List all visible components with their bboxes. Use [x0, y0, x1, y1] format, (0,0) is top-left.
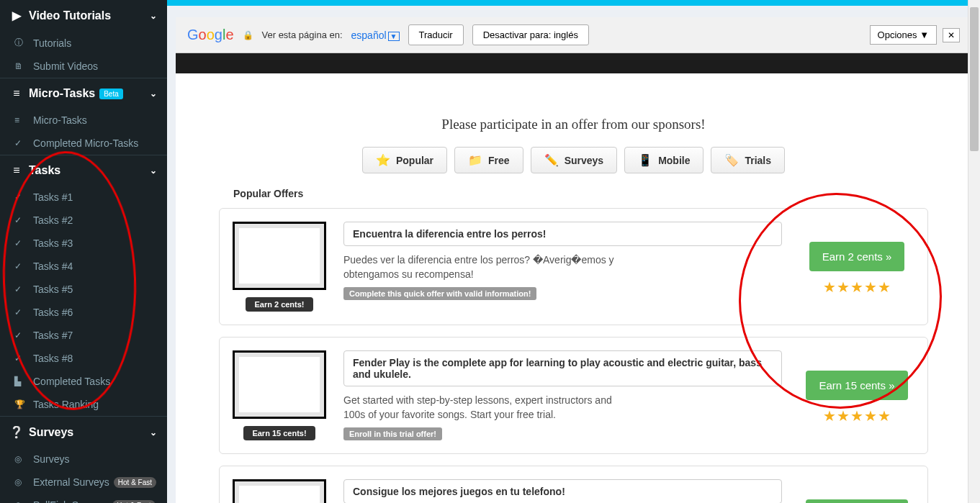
sidebar: ▶ Video Tutorials ⌄ ⓘ Tutorials 🗎 Submit…: [0, 0, 167, 503]
target-icon: ◎: [14, 477, 27, 487]
filter-trials[interactable]: 🏷️Trials: [711, 147, 785, 173]
earn-button[interactable]: Earn 49 cents »: [806, 499, 907, 503]
offer-earn-badge: Earn 15 cents!: [243, 426, 315, 440]
help-icon: ❔: [10, 425, 23, 439]
language-link[interactable]: español: [351, 30, 387, 41]
offer-title: Encuentra la diferencia entre los perros…: [353, 228, 546, 240]
sidebar-item-label: Completed Micro-Tasks: [33, 137, 138, 149]
filter-label: Mobile: [658, 155, 690, 166]
offer-title-box[interactable]: Fender Play is the complete app for lear…: [343, 350, 782, 386]
sidebar-header-surveys[interactable]: ❔ Surveys ⌄: [0, 417, 167, 448]
check-icon: ✓: [14, 353, 27, 363]
filter-label: Popular: [396, 155, 433, 166]
sidebar-item-external-surveys[interactable]: ◎ External Surveys Hot & Fast: [0, 471, 167, 494]
filter-free[interactable]: 📁Free: [454, 147, 523, 173]
offers-list: Earn 2 cents! Encuentra la diferencia en…: [176, 208, 971, 503]
sidebar-item-completed-tasks[interactable]: ▙Completed Tasks: [0, 370, 167, 393]
close-translate-button[interactable]: ✕: [943, 28, 960, 42]
language-select[interactable]: español▼: [351, 30, 400, 41]
filter-mobile[interactable]: 📱Mobile: [624, 147, 703, 173]
sidebar-item-tasks-7[interactable]: ✓Tasks #7: [0, 324, 167, 347]
google-translate-bar: Google 🔒 Ver esta página en: español▼ Tr…: [176, 17, 971, 53]
file-icon: 🗎: [14, 61, 27, 71]
sidebar-item-label: Completed Tasks: [33, 376, 110, 387]
hot-fast-badge: Hot & Fast: [112, 500, 155, 504]
check-icon: ✓: [14, 238, 27, 248]
disable-translate-button[interactable]: Desactivar para: inglés: [472, 24, 589, 45]
sidebar-header-label: Tasks: [29, 164, 60, 177]
sidebar-item-label: Tasks #4: [33, 260, 73, 272]
sidebar-item-label: External Surveys: [33, 476, 109, 488]
section-title: Popular Offers: [233, 188, 971, 199]
sidebar-item-surveys[interactable]: ◎ Surveys: [0, 448, 167, 471]
check-icon: ✓: [14, 284, 27, 294]
list-icon: ≡: [14, 115, 27, 125]
earn-button[interactable]: Earn 2 cents »: [809, 242, 905, 271]
sidebar-item-pollfish-surveys[interactable]: ◎ PollFish Surveys Hot & Fast: [0, 494, 167, 503]
options-label: Opciones: [878, 30, 917, 40]
sidebar-header-micro-tasks[interactable]: ≡ Micro-Tasks Beta ⌄: [0, 78, 167, 109]
earn-button[interactable]: Earn 15 cents »: [806, 371, 907, 400]
sidebar-item-submit-videos[interactable]: 🗎 Submit Videos: [0, 55, 167, 78]
star-rating: ★★★★★: [799, 278, 914, 296]
vertical-scrollbar[interactable]: [968, 0, 980, 503]
google-logo: Google: [187, 27, 234, 43]
check-icon: ✓: [14, 215, 27, 225]
offer-description: Get started with step-by-step lessons, e…: [343, 394, 631, 422]
list-icon: ≡: [10, 164, 23, 177]
sidebar-item-tasks-4[interactable]: ✓Tasks #4: [0, 255, 167, 278]
chart-icon: ▙: [14, 376, 27, 386]
sidebar-item-label: Tasks #7: [33, 330, 73, 341]
pencil-icon: ✏️: [544, 153, 559, 167]
offer-hint: Complete this quick offer with valid inf…: [343, 287, 536, 300]
filter-popular[interactable]: ⭐Popular: [362, 147, 447, 173]
sidebar-item-label: Submit Videos: [33, 60, 98, 72]
offers-area: Please participate in an offer from our …: [176, 73, 971, 503]
check-icon: ✓: [14, 307, 27, 317]
target-icon: ◎: [14, 454, 27, 464]
sidebar-item-label: Tasks #1: [33, 191, 73, 203]
sidebar-item-label: Surveys: [33, 453, 70, 465]
sidebar-item-tasks-ranking[interactable]: 🏆Tasks Ranking: [0, 393, 167, 416]
youtube-icon: ▶: [10, 9, 23, 22]
sidebar-item-tasks-6[interactable]: ✓Tasks #6: [0, 301, 167, 324]
sidebar-item-tasks-1[interactable]: ✓Tasks #1: [0, 186, 167, 209]
sidebar-header-label: Micro-Tasks: [29, 87, 95, 100]
filter-label: Trials: [745, 155, 771, 166]
hero-text: Please participate in an offer from our …: [176, 117, 971, 132]
offer-thumbnail[interactable]: [233, 479, 326, 503]
offer-thumbnail[interactable]: [233, 350, 326, 419]
sidebar-item-tasks-5[interactable]: ✓Tasks #5: [0, 278, 167, 301]
check-icon: ✓: [14, 261, 27, 271]
sidebar-item-tasks-2[interactable]: ✓Tasks #2: [0, 209, 167, 232]
chevron-down-icon: ▼: [388, 32, 400, 41]
sidebar-item-completed-micro-tasks[interactable]: ✓ Completed Micro-Tasks: [0, 132, 167, 155]
options-button[interactable]: Opciones ▼: [870, 25, 937, 45]
sidebar-header-video-tutorials[interactable]: ▶ Video Tutorials ⌄: [0, 0, 167, 31]
chevron-down-icon: ⌄: [150, 427, 157, 438]
sidebar-item-label: Tasks #6: [33, 307, 73, 318]
check-icon: ✓: [14, 192, 27, 202]
scrollbar-thumb[interactable]: [970, 7, 979, 151]
top-dark-bar: [176, 53, 971, 73]
offer-card: Earn 15 cents! Fender Play is the comple…: [219, 337, 928, 454]
sidebar-item-label: Tutorials: [33, 37, 71, 49]
beta-badge: Beta: [99, 89, 123, 99]
translate-button[interactable]: Traducir: [408, 24, 464, 45]
offer-title-box[interactable]: Consigue los mejores juegos en tu telefo…: [343, 479, 782, 503]
sidebar-item-tasks-3[interactable]: ✓Tasks #3: [0, 232, 167, 255]
offer-title-box[interactable]: Encuentra la diferencia entre los perros…: [343, 222, 782, 246]
chevron-down-icon: ⌄: [150, 89, 157, 99]
sidebar-header-tasks[interactable]: ≡ Tasks ⌄: [0, 155, 167, 186]
sidebar-item-tasks-8[interactable]: ✓Tasks #8: [0, 347, 167, 370]
mobile-icon: 📱: [638, 153, 652, 167]
filter-label: Surveys: [565, 155, 603, 166]
main-content: Google 🔒 Ver esta página en: español▼ Tr…: [167, 0, 980, 503]
star-icon: ⭐: [376, 153, 390, 167]
folder-icon: 📁: [468, 153, 482, 167]
filter-surveys[interactable]: ✏️Surveys: [531, 147, 617, 173]
offer-thumbnail[interactable]: [233, 222, 326, 290]
sidebar-item-tutorials[interactable]: ⓘ Tutorials: [0, 31, 167, 55]
sidebar-item-micro-tasks[interactable]: ≡ Micro-Tasks: [0, 109, 167, 132]
top-accent-bar: [167, 0, 980, 6]
